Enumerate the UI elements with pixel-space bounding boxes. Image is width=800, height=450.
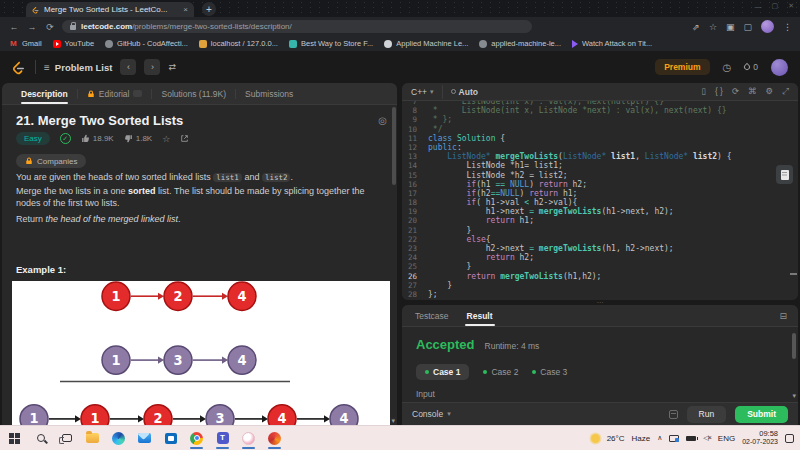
next-problem-button[interactable]: › bbox=[144, 59, 160, 75]
submit-button[interactable]: Submit bbox=[735, 406, 788, 423]
result-scroll-down-icon[interactable]: ▾ bbox=[792, 392, 796, 400]
back-icon[interactable]: ← bbox=[8, 22, 20, 32]
share-problem-icon[interactable] bbox=[180, 134, 189, 143]
share-icon[interactable]: ⇗ bbox=[692, 22, 700, 32]
favorite-star-icon[interactable]: ☆ bbox=[162, 134, 170, 144]
browser-menu-icon[interactable]: ⋮ bbox=[783, 22, 792, 32]
code-line[interactable]: 8 * ListNode(int x, ListNode *next) : va… bbox=[402, 106, 798, 115]
bookmark-icon[interactable]: ▯ bbox=[701, 86, 706, 97]
edge-icon[interactable] bbox=[110, 428, 127, 449]
bookmark-star-icon[interactable]: ☆ bbox=[709, 22, 717, 32]
shortcuts-icon[interactable]: ⌘ bbox=[748, 86, 757, 97]
result-scrollbar[interactable] bbox=[792, 333, 796, 359]
tab-description[interactable]: Description bbox=[12, 83, 77, 104]
dislikes-button[interactable]: 1.8K bbox=[124, 134, 152, 143]
streak-counter[interactable]: 0 bbox=[744, 62, 758, 72]
extensions-icon[interactable]: ▣ bbox=[726, 22, 735, 32]
focus-icon[interactable]: ◎ bbox=[378, 115, 387, 126]
pink-app-icon[interactable] bbox=[240, 428, 257, 449]
user-avatar[interactable] bbox=[771, 59, 788, 76]
prev-problem-button[interactable]: ‹ bbox=[120, 59, 136, 75]
teams-icon[interactable] bbox=[214, 428, 231, 449]
code-line[interactable]: 16 if(h1 == NULL) return h2; bbox=[402, 180, 798, 189]
bookmark-item[interactable]: Applied Machine Le... bbox=[384, 39, 468, 48]
bookmark-item[interactable]: applied-machine-le... bbox=[479, 39, 561, 48]
new-tab-button[interactable]: + bbox=[202, 2, 216, 16]
code-line[interactable]: 13 ListNode* mergeTwoLists(ListNode* lis… bbox=[402, 152, 798, 161]
tab-window-icon[interactable]: ▢ bbox=[743, 22, 752, 32]
bookmark-item[interactable]: YouTube bbox=[53, 39, 94, 48]
tab-submissions[interactable]: Submissions bbox=[236, 83, 302, 104]
fullscreen-icon[interactable]: ⤢ bbox=[782, 86, 789, 97]
case-chip-case-1[interactable]: Case 1 bbox=[416, 364, 469, 380]
shuffle-icon[interactable]: ⇄ bbox=[168, 62, 176, 72]
bookmark-item[interactable]: Watch Attack on Tit... bbox=[572, 39, 652, 48]
code-line[interactable]: 17 if(h2==NULL) return h1; bbox=[402, 189, 798, 198]
window-minimize-icon[interactable]: — bbox=[755, 3, 762, 10]
language-selector[interactable]: C++ ▾ bbox=[411, 87, 434, 97]
clear-icon[interactable] bbox=[669, 410, 678, 419]
code-line[interactable]: 27 } bbox=[402, 281, 798, 290]
auto-toggle[interactable]: Auto bbox=[451, 87, 478, 97]
tab-result[interactable]: Result bbox=[465, 305, 495, 326]
search-icon[interactable] bbox=[32, 428, 49, 449]
code-line[interactable]: 21 } bbox=[402, 226, 798, 235]
reset-code-icon[interactable]: ⟳ bbox=[732, 86, 739, 97]
bookmark-item[interactable]: Best Way to Store F... bbox=[289, 39, 373, 48]
premium-button[interactable]: Premium bbox=[655, 59, 709, 75]
case-chip-case-2[interactable]: Case 2 bbox=[483, 367, 518, 377]
tray-chevron-icon[interactable]: ∧ bbox=[657, 434, 662, 442]
browser-tab[interactable]: Merge Two Sorted Lists - LeetCo... × bbox=[26, 2, 194, 17]
run-button[interactable]: Run bbox=[687, 406, 727, 423]
bookmark-item[interactable]: Gmail bbox=[10, 39, 42, 48]
leetcode-logo[interactable] bbox=[12, 60, 27, 75]
code-line[interactable]: 28}; bbox=[402, 290, 798, 299]
code-area[interactable]: 7 * ListNode(int x) : val(x), next(nullp… bbox=[402, 101, 798, 300]
code-line[interactable]: 14 ListNode *h1= list1; bbox=[402, 161, 798, 170]
code-line[interactable]: 10 */ bbox=[402, 125, 798, 134]
cast-icon[interactable] bbox=[669, 435, 679, 442]
code-line[interactable]: 20 return h1; bbox=[402, 216, 798, 225]
file-explorer-icon[interactable] bbox=[84, 428, 101, 449]
timer-icon[interactable]: ◷ bbox=[723, 62, 732, 73]
bookmark-item[interactable]: GitHub - CodAffecti... bbox=[105, 39, 188, 48]
code-line[interactable]: 19 h1->next = mergeTwoLists(h1->next, h2… bbox=[402, 207, 798, 216]
companies-chip[interactable]: Companies bbox=[16, 154, 86, 168]
weather-desc[interactable]: Haze bbox=[632, 434, 651, 443]
start-icon[interactable] bbox=[6, 428, 23, 449]
tab-editorial[interactable]: Editorial bbox=[78, 83, 152, 104]
editor-settings-icon[interactable]: ⚙ bbox=[766, 86, 774, 97]
collapse-panel-icon[interactable]: ⊟ bbox=[779, 311, 787, 321]
weather-icon[interactable] bbox=[591, 434, 600, 443]
code-line[interactable]: 9 * }; bbox=[402, 115, 798, 124]
refresh-icon[interactable]: ⟳ bbox=[44, 22, 56, 32]
weather-temp[interactable]: 26°C bbox=[607, 434, 625, 443]
tab-solutions-11-9k[interactable]: Solutions (11.9K) bbox=[152, 83, 235, 104]
notes-widget-button[interactable] bbox=[776, 165, 793, 184]
chrome-icon[interactable] bbox=[188, 428, 205, 449]
code-line[interactable]: 24 return h2; bbox=[402, 253, 798, 262]
bookmark-item[interactable]: localhost / 127.0.0... bbox=[199, 39, 278, 48]
code-line[interactable]: 11class Solution { bbox=[402, 134, 798, 143]
scroll-down-icon[interactable]: ▾ bbox=[390, 417, 396, 424]
mute-icon[interactable]: ◁× bbox=[703, 434, 710, 442]
code-line[interactable]: 15 ListNode *h2 = list2; bbox=[402, 171, 798, 180]
tab-testcase[interactable]: Testcase bbox=[413, 305, 451, 326]
code-line[interactable]: 25 } bbox=[402, 262, 798, 271]
notification-icon[interactable] bbox=[785, 434, 794, 443]
store-icon[interactable] bbox=[162, 428, 179, 449]
tab-close-icon[interactable]: × bbox=[183, 5, 188, 14]
clock[interactable]: 09:58 02-07-2023 bbox=[742, 430, 778, 446]
problem-list-button[interactable]: ≡ Problem List bbox=[44, 62, 112, 73]
window-close-icon[interactable]: ✕ bbox=[788, 2, 794, 10]
code-line[interactable]: 23 h2->next = mergeTwoLists(h1, h2->next… bbox=[402, 244, 798, 253]
code-line[interactable]: 22 else{ bbox=[402, 235, 798, 244]
mail-icon[interactable] bbox=[136, 428, 153, 449]
case-chip-case-3[interactable]: Case 3 bbox=[532, 367, 567, 377]
browser-profile-avatar[interactable] bbox=[761, 20, 774, 33]
window-maximize-icon[interactable]: ▢ bbox=[772, 2, 779, 10]
code-line[interactable]: 18 if( h1->val < h2->val){ bbox=[402, 198, 798, 207]
format-braces-icon[interactable]: { } bbox=[715, 86, 723, 97]
orange-app-icon[interactable] bbox=[266, 428, 283, 449]
battery-icon[interactable] bbox=[686, 436, 696, 441]
